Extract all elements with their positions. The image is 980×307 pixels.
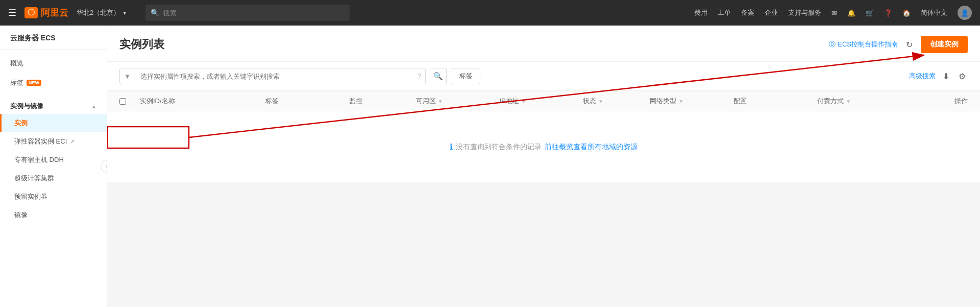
nav-home-icon[interactable]: 🏠 (902, 9, 911, 17)
sidebar-item-reserved[interactable]: 预留实例券 (0, 187, 107, 206)
nav-ticket[interactable]: 工单 (718, 8, 731, 17)
filter-input[interactable] (135, 73, 413, 80)
main-wrapper: 实例列表 ⓪ ECS控制台操作指南 ↻ 创建实例 ▼ ? 🔍 (107, 26, 980, 307)
th-zone[interactable]: 可用区 ▼ (416, 97, 500, 106)
th-tag-label: 标签 (265, 97, 279, 106)
sidebar-item-tag[interactable]: 标签 NEW (0, 73, 107, 92)
th-action-label: 操作 (954, 97, 968, 106)
th-monitor: 监控 (349, 97, 416, 106)
th-id: 实例ID/名称 (140, 97, 265, 106)
global-search: 🔍 (145, 5, 350, 21)
nav-lang[interactable]: 简体中文 (921, 8, 947, 17)
sidebar-item-overview[interactable]: 概览 (0, 54, 107, 73)
th-network-label: 网络类型 (650, 97, 676, 106)
nav-cost[interactable]: 费用 (694, 8, 707, 17)
overview-label: 概览 (10, 59, 23, 68)
reserved-label: 预留实例券 (14, 192, 47, 201)
th-checkbox[interactable] (119, 98, 140, 105)
eci-external-icon: ↗ (70, 138, 75, 145)
nav-cart-icon[interactable]: 🛒 (866, 9, 874, 17)
hamburger-icon[interactable]: ☰ (8, 7, 16, 18)
advanced-search-link[interactable]: 高级搜索 (909, 72, 936, 81)
search-input[interactable] (163, 9, 345, 17)
empty-info-icon: ℹ (450, 142, 453, 152)
help-guide-link[interactable]: ⓪ ECS控制台操作指南 (829, 40, 898, 49)
download-icon[interactable]: ⬇ (941, 69, 951, 83)
sidebar-instance-section: 实例与镜像 ▲ 实例 弹性容器实例 ECI ↗ 专有宿主机 DDH 超级计算集群… (0, 97, 107, 224)
logo[interactable]: 〇 阿里云 (24, 7, 68, 19)
layout: 云服务器 ECS 概览 标签 NEW 实例与镜像 ▲ 实例 弹性容器实例 ECI… (0, 26, 980, 307)
logo-text: 阿里云 (41, 7, 68, 19)
instance-label: 实例 (14, 119, 28, 128)
th-billing-label: 付费方式 (817, 97, 844, 106)
th-status-label: 状态 (583, 97, 596, 106)
nav-bell-icon[interactable]: 🔔 (847, 9, 855, 17)
th-billing[interactable]: 付费方式 ▼ (817, 97, 901, 106)
sidebar-item-image[interactable]: 镜像 (0, 206, 107, 224)
th-monitor-label: 监控 (349, 97, 362, 106)
th-id-label: 实例ID/名称 (140, 97, 175, 106)
sidebar-item-eci[interactable]: 弹性容器实例 ECI ↗ (0, 132, 107, 151)
sidebar-title: 云服务器 ECS (0, 26, 107, 50)
settings-icon[interactable]: ⚙ (957, 69, 968, 83)
empty-text: 没有查询到符合条件的记录 (456, 143, 542, 152)
region-selector[interactable]: 华北2（北京） ▼ (77, 8, 127, 17)
nav-support[interactable]: 支持与服务 (788, 8, 821, 17)
nav-help-icon[interactable]: ❓ (884, 9, 892, 17)
filter-help-icon[interactable]: ? (413, 72, 425, 80)
empty-state: ℹ 没有查询到符合条件的记录 前往概览查看所有地域的资源 (107, 111, 980, 182)
sidebar-item-instance[interactable]: 实例 (0, 114, 107, 132)
nav-beian[interactable]: 备案 (741, 8, 754, 17)
image-label: 镜像 (14, 210, 28, 220)
th-tag: 标签 (265, 97, 349, 106)
th-status-sort-icon: ▼ (598, 99, 603, 104)
sidebar-top-section: 概览 标签 NEW (0, 54, 107, 92)
help-guide-text: ECS控制台操作指南 (838, 40, 898, 49)
th-ip-label: IP地址 (500, 97, 519, 106)
help-circle-icon: ⓪ (829, 40, 836, 49)
th-status[interactable]: 状态 ▼ (583, 97, 650, 106)
sidebar-item-scc[interactable]: 超级计算集群 (0, 169, 107, 187)
section-collapse-icon: ▲ (91, 104, 96, 109)
logo-icon: 〇 (24, 7, 38, 18)
th-network[interactable]: 网络类型 ▼ (650, 97, 733, 106)
select-all-checkbox[interactable] (119, 98, 126, 105)
th-ip-sort-icon: ▼ (521, 99, 526, 104)
nav-mail-icon[interactable]: ✉ (831, 9, 837, 17)
filter-input-wrap: ▼ ? (119, 68, 426, 84)
empty-overview-link[interactable]: 前往概览查看所有地域的资源 (545, 143, 638, 152)
region-text: 华北2（北京） (77, 8, 120, 17)
th-network-sort-icon: ▼ (678, 99, 683, 104)
th-zone-sort-icon: ▼ (438, 99, 443, 104)
top-nav: ☰ 〇 阿里云 华北2（北京） ▼ 🔍 费用 工单 备案 企业 支持与服务 ✉ … (0, 0, 980, 26)
filter-dropdown-icon[interactable]: ▼ (120, 73, 135, 80)
create-instance-button[interactable]: 创建实例 (921, 36, 968, 53)
tag-badge: NEW (27, 80, 41, 86)
tag-filter-button[interactable]: 标签 (452, 68, 480, 84)
eci-label: 弹性容器实例 ECI (14, 137, 67, 146)
scc-label: 超级计算集群 (14, 174, 54, 183)
th-billing-sort-icon: ▼ (846, 99, 851, 104)
avatar[interactable]: 👤 (958, 6, 972, 20)
th-config-label: 配置 (733, 97, 747, 106)
page-title: 实例列表 (119, 37, 164, 60)
main-content: 实例列表 ⓪ ECS控制台操作指南 ↻ 创建实例 ▼ ? 🔍 (107, 26, 980, 182)
region-arrow-icon: ▼ (122, 10, 127, 16)
sidebar-section-header[interactable]: 实例与镜像 ▲ (0, 97, 107, 114)
nav-enterprise[interactable]: 企业 (765, 8, 778, 17)
page-header: 实例列表 ⓪ ECS控制台操作指南 ↻ 创建实例 (107, 26, 980, 62)
sidebar: 云服务器 ECS 概览 标签 NEW 实例与镜像 ▲ 实例 弹性容器实例 ECI… (0, 26, 107, 307)
tag-label: 标签 (10, 78, 23, 87)
th-zone-label: 可用区 (416, 97, 436, 106)
th-config: 配置 (733, 97, 817, 106)
toolbar-right: 高级搜索 ⬇ ⚙ (909, 69, 968, 83)
page-header-actions: ⓪ ECS控制台操作指南 ↻ 创建实例 (829, 36, 968, 61)
nav-right-area: 费用 工单 备案 企业 支持与服务 ✉ 🔔 🛒 ❓ 🏠 简体中文 👤 (694, 6, 972, 20)
sidebar-item-ddh[interactable]: 专有宿主机 DDH (0, 151, 107, 169)
th-ip[interactable]: IP地址 ▼ (500, 97, 583, 106)
search-button[interactable]: 🔍 (430, 68, 447, 84)
table: 实例ID/名称 标签 监控 可用区 ▼ IP地址 ▼ (107, 91, 980, 182)
refresh-button[interactable]: ↻ (904, 38, 915, 52)
section-label: 实例与镜像 (10, 102, 43, 111)
table-header: 实例ID/名称 标签 监控 可用区 ▼ IP地址 ▼ (107, 91, 980, 111)
